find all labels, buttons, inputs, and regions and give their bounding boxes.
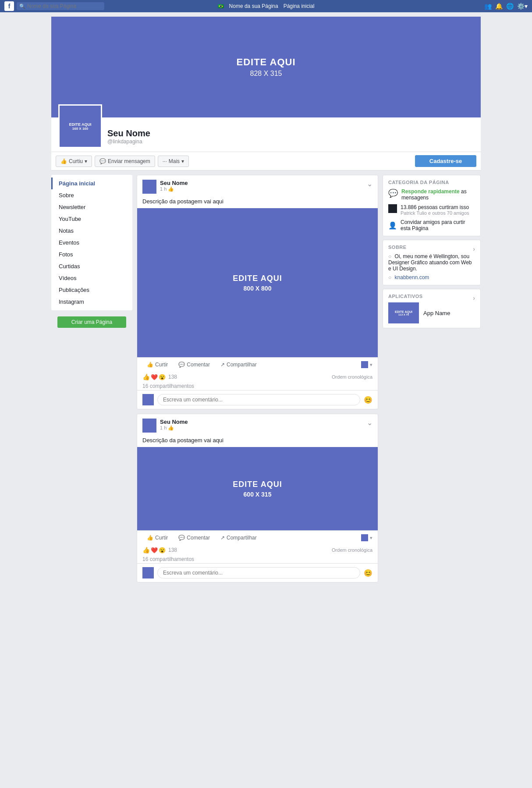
- apps-chevron[interactable]: ›: [473, 295, 475, 302]
- like-label: Curtiu: [69, 158, 83, 164]
- post-image-2: EDITE AQUI 600 X 315: [137, 447, 378, 530]
- sidebar-item-notas[interactable]: Notas: [51, 225, 132, 237]
- post-reactions-1: 👍 ❤️ 😮 138 Ordem cronológica: [137, 372, 378, 382]
- response-icon: 💬: [388, 188, 398, 198]
- likes-count: 13.886 pessoas curtiram isso: [401, 204, 469, 210]
- post-header-1: Seu Nome 1 h 👍 ⌄: [137, 175, 378, 196]
- reaction-icons-2: 👍 ❤️ 😮 138: [142, 547, 177, 554]
- post-comment-icon-1: 💬: [178, 362, 185, 368]
- post-like-icon-1: 👍: [147, 362, 153, 368]
- sidebar-item-curtidas[interactable]: Curtidas: [51, 260, 132, 272]
- like-small-icon-2: 👍: [168, 425, 174, 430]
- sidebar-item-publicações[interactable]: Publicações: [51, 284, 132, 296]
- notification-icon[interactable]: 🔔: [495, 3, 503, 10]
- chronological-1[interactable]: Ordem cronológica: [332, 374, 372, 380]
- post-author-2: Seu Nome: [160, 419, 188, 425]
- response-item: 💬 Responde rapidamente as mensagens: [388, 188, 475, 201]
- post-shares-2: 16 compartilhamentos: [137, 555, 378, 564]
- like-chevron: ▾: [85, 158, 87, 164]
- post-time-2: 1 h 👍: [160, 425, 188, 431]
- post-like-icon-2: 👍: [147, 535, 153, 541]
- reaction-count-2: 138: [168, 547, 177, 553]
- post-color-chevron-1[interactable]: ▾: [370, 362, 372, 368]
- post-avatar-2: [142, 419, 156, 433]
- comment-input-2[interactable]: [157, 567, 360, 579]
- about-chevron[interactable]: ›: [473, 245, 475, 252]
- page-name-nav[interactable]: Nome da sua Página: [229, 3, 278, 9]
- sidebar-item-newsletter[interactable]: Newsletter: [51, 201, 132, 213]
- search-icon: 🔍: [19, 4, 25, 9]
- post-header-2: Seu Nome 1 h 👍 ⌄: [137, 414, 378, 435]
- post-like-btn-1[interactable]: 👍 Curtir: [142, 359, 172, 370]
- like-button[interactable]: 👍 Curtiu ▾: [56, 156, 92, 167]
- post-share-btn-1[interactable]: ↗ Compartilhar: [216, 359, 261, 370]
- reaction-like-icon: 👍: [142, 373, 150, 380]
- app-name: App Name: [423, 310, 450, 316]
- message-label: Enviar mensagem: [108, 158, 150, 164]
- chronological-2[interactable]: Ordem cronológica: [332, 547, 372, 553]
- likes-thumb: [388, 204, 397, 213]
- more-button[interactable]: ··· Mais ▾: [158, 156, 189, 167]
- post-like-btn-2[interactable]: 👍 Curtir: [142, 532, 172, 543]
- post-color-chevron-2[interactable]: ▾: [370, 535, 372, 541]
- cover-edit-size: 828 X 315: [250, 70, 282, 78]
- post-comment-btn-1[interactable]: 💬 Comentar: [174, 359, 214, 370]
- top-navigation: f 🔍 🇧🇷 Nome da sua Página Página inicial…: [0, 0, 532, 12]
- post-avatar-1: [142, 180, 156, 194]
- cover-photo: EDITE AQUI 828 X 315: [51, 17, 481, 117]
- signup-button[interactable]: Cadastre-se: [415, 155, 476, 167]
- post-color-square-1[interactable]: [361, 361, 368, 368]
- sidebar-item-youtube[interactable]: YouTube: [51, 213, 132, 225]
- sidebar-item-vídeos[interactable]: Vídeos: [51, 272, 132, 284]
- post-image-label-2: EDITE AQUI: [233, 480, 282, 489]
- post-share-icon-2: ↗: [220, 535, 225, 541]
- comment-area-1: 😊: [137, 390, 378, 409]
- message-icon: 💬: [99, 158, 106, 164]
- globe-icon[interactable]: 🌐: [506, 3, 514, 10]
- sidebar-item-eventos[interactable]: Eventos: [51, 237, 132, 248]
- comment-emoji-2[interactable]: 😊: [364, 569, 372, 577]
- post-chevron-2[interactable]: ⌄: [367, 419, 372, 427]
- post-image-size-2: 600 X 315: [244, 491, 272, 498]
- center-nav: 🇧🇷 Nome da sua Página Página inicial: [218, 3, 315, 9]
- sidebar-item-instagram[interactable]: Instagram: [51, 296, 132, 308]
- profile-handle: @linkdapagina: [107, 138, 150, 145]
- post-reactions-2: 👍 ❤️ 😮 138 Ordem cronológica: [137, 545, 378, 555]
- reaction-like-icon-2: 👍: [142, 547, 150, 554]
- post-color-square-2[interactable]: [361, 534, 368, 541]
- post-card-2: Seu Nome 1 h 👍 ⌄ Descrição da postagem v…: [137, 414, 378, 582]
- friends-icon[interactable]: 👥: [484, 3, 492, 10]
- search-bar[interactable]: 🔍: [17, 2, 104, 10]
- post-chevron-1[interactable]: ⌄: [367, 180, 372, 188]
- create-page-button[interactable]: Criar uma Página: [57, 316, 126, 328]
- feed-column: Seu Nome 1 h 👍 ⌄ Descrição da postagem v…: [137, 175, 378, 587]
- reaction-heart-icon: ❤️: [151, 374, 158, 380]
- category-card: Categoria da Página 💬 Responde rapidamen…: [383, 175, 481, 236]
- post-comment-btn-2[interactable]: 💬 Comentar: [174, 532, 214, 543]
- comment-avatar-1: [142, 394, 154, 405]
- main-layout: Página inicialSobreNewsletterYouTubeNota…: [51, 170, 481, 591]
- search-input[interactable]: [27, 3, 97, 9]
- sidebar-item-sobre[interactable]: Sobre: [51, 189, 132, 201]
- like-small-icon: 👍: [168, 186, 174, 192]
- reaction-icons-1: 👍 ❤️ 😮 138: [142, 373, 177, 380]
- profile-pic-size: 160 X 160: [72, 127, 88, 131]
- settings-icon[interactable]: ⚙️▾: [517, 3, 528, 10]
- comment-input-1[interactable]: [157, 394, 360, 405]
- home-link-nav[interactable]: Página inicial: [284, 3, 315, 9]
- comment-area-2: 😊: [137, 564, 378, 582]
- about-bio: ○ Oi, meu nome é Wellington, sou Designe…: [388, 253, 475, 272]
- sidebar-navigation: Página inicialSobreNewsletterYouTubeNota…: [51, 175, 132, 310]
- invite-item[interactable]: 👤 Convidar amigos para curtir esta Págin…: [388, 219, 475, 231]
- bio-icon: ○: [388, 253, 391, 259]
- comment-emoji-1[interactable]: 😊: [364, 396, 372, 404]
- post-image-1: EDITE AQUI 800 X 800: [137, 208, 378, 357]
- message-button[interactable]: 💬 Enviar mensagem: [95, 156, 155, 167]
- sidebar-item-fotos[interactable]: Fotos: [51, 248, 132, 260]
- about-card: SOBRE › ○ Oi, meu nome é Wellington, sou…: [383, 240, 481, 285]
- post-share-btn-2[interactable]: ↗ Compartilhar: [216, 532, 261, 543]
- sidebar-item-página-inicial[interactable]: Página inicial: [51, 177, 132, 189]
- category-card-title: Categoria da Página: [388, 180, 475, 185]
- post-description-2: Descrição da postagem vai aqui: [137, 435, 378, 447]
- about-link[interactable]: ○ knabbenn.com: [388, 274, 475, 280]
